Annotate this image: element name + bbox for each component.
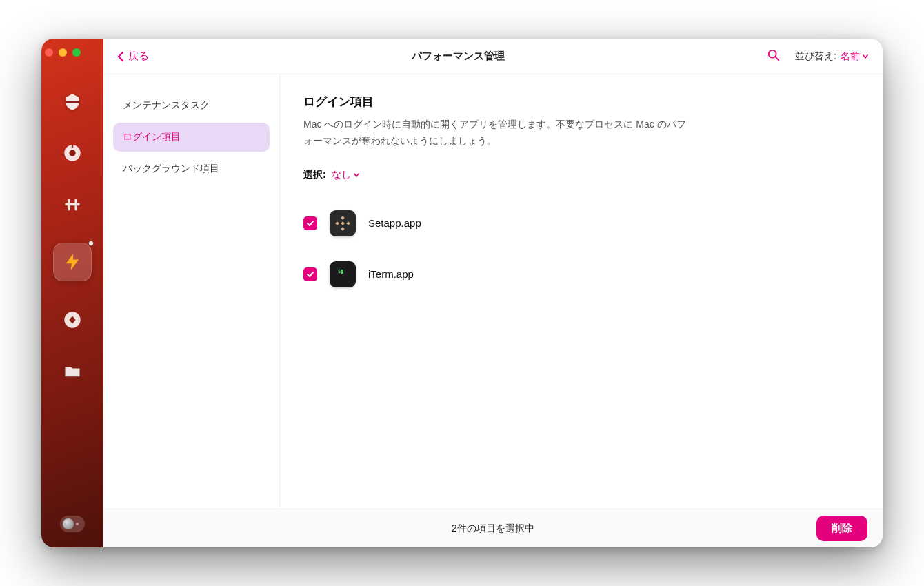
sidebar-item-maintenance[interactable]: メンテナンスタスク bbox=[113, 91, 270, 120]
selection-status: 2件の項目を選択中 bbox=[452, 523, 534, 535]
select-label: 選択: bbox=[303, 169, 326, 181]
rail-privacy-icon[interactable] bbox=[60, 192, 85, 216]
app-icon-setapp bbox=[330, 210, 356, 236]
svg-rect-10 bbox=[346, 221, 350, 225]
sidebar-item-background-items[interactable]: バックグラウンド項目 bbox=[113, 154, 270, 183]
search-icon bbox=[767, 49, 780, 61]
svg-rect-3 bbox=[72, 145, 73, 148]
rail-icons bbox=[53, 90, 92, 383]
rail-apps-icon[interactable] bbox=[60, 307, 85, 332]
checkbox[interactable] bbox=[303, 267, 317, 281]
sort-button[interactable]: 並び替え: 名前 bbox=[795, 50, 869, 63]
svg-rect-0 bbox=[66, 101, 79, 103]
nav-rail bbox=[41, 39, 103, 547]
rail-bottom bbox=[41, 516, 103, 532]
back-label: 戻る bbox=[128, 50, 149, 63]
search-button[interactable] bbox=[767, 49, 780, 64]
sort-label: 並び替え: bbox=[795, 50, 836, 63]
maximize-window-icon[interactable] bbox=[72, 48, 81, 57]
list-item[interactable]: Setapp.app bbox=[303, 198, 859, 249]
account-button[interactable] bbox=[60, 516, 85, 532]
rail-scan-icon[interactable] bbox=[60, 90, 85, 114]
sort-value: 名前 bbox=[841, 50, 860, 63]
chevron-left-icon bbox=[117, 51, 124, 62]
body: メンテナンスタスク ログイン項目 バックグラウンド項目 ログイン項目 Mac へ… bbox=[103, 74, 883, 509]
close-window-icon[interactable] bbox=[45, 48, 53, 57]
content: ログイン項目 Mac へのログイン時に自動的に開くアプリを管理します。不要なプロ… bbox=[280, 74, 883, 509]
notification-dot-icon bbox=[88, 240, 94, 247]
minimize-window-icon[interactable] bbox=[59, 48, 67, 57]
app-name: iTerm.app bbox=[368, 268, 414, 280]
sidebar: メンテナンスタスク ログイン項目 バックグラウンド項目 bbox=[103, 74, 280, 509]
svg-rect-9 bbox=[335, 221, 339, 225]
app-window: 戻る パフォーマンス管理 並び替え: 名前 メンテナンスタスク ログイ bbox=[41, 39, 883, 547]
app-icon-iterm: $ bbox=[330, 261, 356, 287]
svg-line-6 bbox=[776, 57, 779, 60]
rail-performance-icon[interactable] bbox=[53, 243, 92, 281]
app-name: Setapp.app bbox=[368, 217, 421, 229]
list-item[interactable]: $ iTerm.app bbox=[303, 249, 859, 300]
bottombar: 2件の項目を選択中 削除 bbox=[103, 509, 883, 547]
content-description: Mac へのログイン時に自動的に開くアプリを管理します。不要なプロセスに Mac… bbox=[303, 117, 690, 150]
svg-rect-13 bbox=[341, 270, 343, 274]
svg-point-2 bbox=[69, 150, 75, 156]
rail-files-icon[interactable] bbox=[60, 358, 85, 383]
rail-cleanup-icon[interactable] bbox=[60, 141, 85, 165]
check-icon bbox=[306, 270, 314, 279]
svg-text:$: $ bbox=[338, 269, 341, 274]
main-panel: 戻る パフォーマンス管理 並び替え: 名前 メンテナンスタスク ログイ bbox=[103, 39, 883, 547]
sidebar-item-login-items[interactable]: ログイン項目 bbox=[113, 123, 270, 152]
svg-point-5 bbox=[769, 50, 776, 57]
check-icon bbox=[306, 219, 314, 228]
back-button[interactable]: 戻る bbox=[117, 50, 149, 63]
select-row: 選択: なし bbox=[303, 169, 859, 181]
page-title: パフォーマンス管理 bbox=[149, 50, 767, 63]
delete-button[interactable]: 削除 bbox=[816, 516, 867, 541]
chevron-down-icon bbox=[353, 172, 360, 179]
svg-rect-7 bbox=[341, 216, 345, 220]
avatar-icon bbox=[63, 518, 74, 529]
checkbox[interactable] bbox=[303, 216, 317, 230]
chevron-down-icon bbox=[862, 53, 869, 60]
select-value-text: なし bbox=[332, 169, 351, 181]
select-dropdown[interactable]: なし bbox=[332, 169, 360, 181]
window-controls[interactable] bbox=[45, 48, 81, 57]
topbar-right: 並び替え: 名前 bbox=[767, 49, 869, 64]
svg-rect-11 bbox=[341, 221, 345, 225]
svg-rect-8 bbox=[341, 227, 345, 231]
topbar: 戻る パフォーマンス管理 並び替え: 名前 bbox=[103, 39, 883, 74]
content-heading: ログイン項目 bbox=[303, 94, 859, 110]
